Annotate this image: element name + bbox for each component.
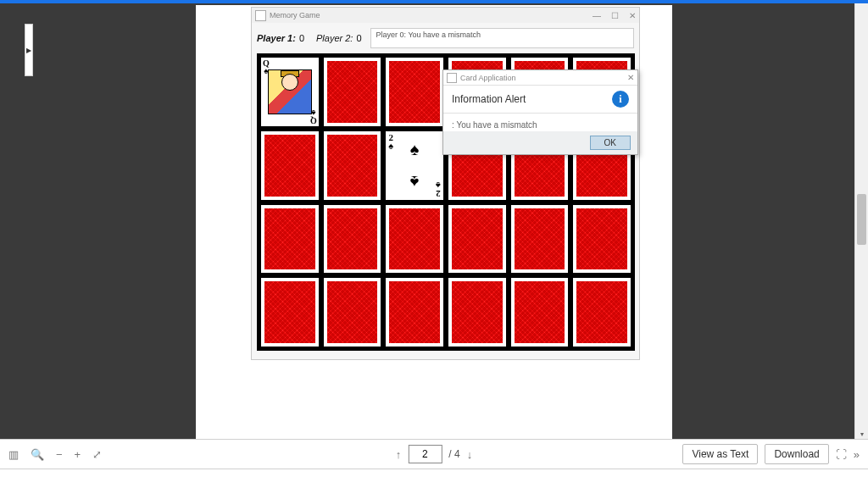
toolbar-left: ▥ 🔍 − + ⤢	[8, 448, 102, 461]
chevron-right-icon: ▶	[26, 47, 31, 54]
player2-score: 0	[356, 33, 361, 43]
card-back[interactable]	[384, 276, 445, 348]
memory-game-window: Memory Game — ☐ ✕ Player 1: 0 Player 2: …	[251, 7, 640, 360]
document-viewer: Memory Game — ☐ ✕ Player 1: 0 Player 2: …	[0, 3, 868, 441]
card-back[interactable]	[384, 56, 445, 128]
dialog-titlebar[interactable]: Card Application ✕	[443, 70, 637, 86]
card-back[interactable]	[384, 203, 445, 275]
toolbar-right: View as Text Download ⛶ »	[682, 444, 860, 464]
player1-score: 0	[299, 33, 304, 43]
vertical-scrollbar[interactable]: ▾	[854, 3, 868, 441]
card-back[interactable]	[509, 276, 570, 348]
more-icon[interactable]: »	[854, 448, 860, 461]
card-back[interactable]	[322, 56, 383, 128]
search-icon[interactable]: 🔍	[31, 448, 44, 461]
scrollbar-thumb[interactable]	[857, 194, 866, 245]
score-row: Player 1: 0 Player 2: 0 Player 0: You ha…	[257, 28, 634, 48]
dialog-header-text: Information Alert	[452, 93, 612, 105]
player1-label: Player 1:	[257, 33, 296, 43]
zoom-out-icon[interactable]: −	[56, 448, 63, 461]
alert-dialog: Card Application ✕ Information Alert i :…	[442, 69, 638, 155]
close-icon[interactable]: ✕	[629, 11, 636, 20]
card-back[interactable]	[322, 130, 383, 202]
bottom-padding	[0, 469, 868, 488]
card-back[interactable]	[259, 130, 320, 202]
sidebar-icon[interactable]: ▥	[8, 448, 19, 461]
app-icon	[255, 10, 266, 21]
prev-page-icon[interactable]: ↑	[396, 448, 402, 461]
dialog-footer: OK	[443, 131, 637, 154]
card-back[interactable]	[259, 276, 320, 348]
card-back[interactable]	[571, 203, 632, 275]
maximize-icon[interactable]: ☐	[611, 11, 619, 20]
card-back[interactable]	[571, 276, 632, 348]
card-back[interactable]	[322, 203, 383, 275]
toolbar-center: ↑ / 4 ↓	[396, 445, 472, 463]
fit-icon[interactable]: ⤢	[92, 448, 102, 461]
document-page: Memory Game — ☐ ✕ Player 1: 0 Player 2: …	[196, 5, 672, 441]
ok-button[interactable]: OK	[590, 136, 631, 150]
player2-label: Player 2:	[316, 33, 353, 43]
minimize-icon[interactable]: —	[593, 11, 601, 20]
window-titlebar[interactable]: Memory Game — ☐ ✕	[252, 8, 639, 23]
view-as-text-button[interactable]: View as Text	[682, 444, 758, 464]
status-text: Player 0: You have a mismatch	[370, 28, 634, 48]
next-page-icon[interactable]: ↓	[467, 448, 473, 461]
window-controls: — ☐ ✕	[593, 11, 636, 20]
close-icon[interactable]: ✕	[627, 73, 634, 82]
download-button[interactable]: Download	[765, 444, 828, 464]
dialog-app-icon	[447, 73, 457, 83]
info-icon: i	[612, 91, 629, 108]
viewer-toolbar: ▥ 🔍 − + ⤢ ↑ / 4 ↓ View as Text Download …	[0, 439, 868, 469]
card-face-two-spades[interactable]: 2♠♠♠2♠	[384, 130, 445, 202]
window-title: Memory Game	[270, 11, 593, 19]
card-back[interactable]	[322, 276, 383, 348]
left-gutter: ▶	[22, 3, 36, 76]
page-input[interactable]	[408, 445, 442, 463]
card-back[interactable]	[447, 203, 508, 275]
dialog-header: Information Alert i	[443, 86, 637, 114]
card-face-queen-spades[interactable]: Q♠Q♠	[259, 56, 320, 128]
zoom-in-icon[interactable]: +	[75, 448, 81, 461]
card-back[interactable]	[509, 203, 570, 275]
card-back[interactable]	[447, 276, 508, 348]
gutter-expand[interactable]: ▶	[25, 24, 33, 76]
fullscreen-icon[interactable]: ⛶	[836, 448, 847, 461]
dialog-title: Card Application	[460, 74, 516, 82]
page-total: / 4	[448, 448, 459, 460]
dialog-body: : You have a mismatch	[443, 114, 637, 131]
card-back[interactable]	[259, 203, 320, 275]
